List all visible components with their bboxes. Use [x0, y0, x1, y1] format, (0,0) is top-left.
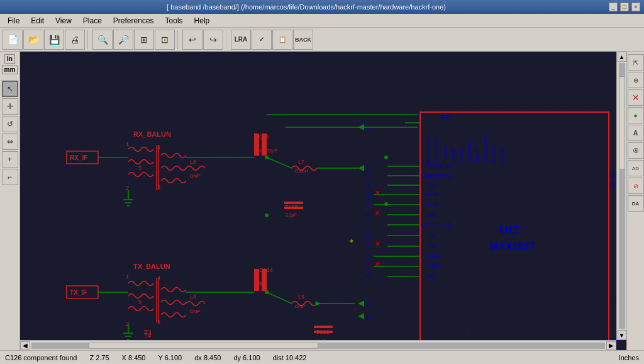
menu-place[interactable]: Place — [78, 15, 107, 26]
minimize-button[interactable]: _ — [609, 3, 618, 11]
right-tool-text[interactable]: A — [628, 125, 644, 141]
svg-point-161 — [265, 290, 269, 294]
window-title: [ baseband /baseband/] (/home/marcos/lif… — [4, 3, 609, 11]
right-tool-text3[interactable]: AD — [628, 160, 644, 176]
menu-preferences[interactable]: Preferences — [108, 15, 159, 26]
horizontal-scrollbar[interactable]: ◀ ▶ — [20, 340, 616, 350]
svg-point-121 — [384, 202, 388, 206]
zoom-out-button[interactable]: 🔎 — [113, 30, 133, 50]
menu-view[interactable]: View — [50, 15, 77, 26]
nav-toolbar-group: ↩ ↪ — [182, 30, 223, 50]
svg-text:11: 11 — [364, 263, 370, 269]
scroll-track-v[interactable] — [619, 63, 625, 329]
zoom-fit-button[interactable]: ⊞ — [134, 30, 154, 50]
right-tool-4[interactable]: ● — [628, 107, 644, 123]
svg-text:RXBBI+: RXBBI+ — [491, 145, 497, 163]
maximize-button[interactable]: □ — [620, 3, 629, 11]
cursor-tool[interactable]: ↖ — [2, 81, 18, 97]
svg-text:VCCTXPAD: VCCTXPAD — [421, 222, 452, 228]
net-button[interactable]: LRA — [231, 30, 251, 50]
scroll-thumb-h[interactable] — [89, 343, 318, 349]
right-tool-1[interactable]: ⇱ — [628, 54, 644, 71]
svg-text:TXBBI-: TXBBI- — [458, 147, 464, 163]
sep2 — [177, 30, 180, 49]
svg-text:3: 3 — [366, 183, 369, 189]
undo-button[interactable]: ↩ — [182, 30, 203, 50]
svg-text:TXRF-: TXRF- — [425, 263, 441, 270]
scroll-up-btn[interactable]: ▲ — [618, 52, 626, 62]
svg-text:5: 5 — [138, 299, 142, 305]
svg-text:RX_BALUN: RX_BALUN — [133, 130, 171, 138]
close-button[interactable]: × — [631, 3, 640, 11]
svg-point-122 — [265, 156, 269, 159]
schematic-canvas-area[interactable]: RX_BALUN T3 1 2 3 4 5 RX_IF — [20, 52, 626, 350]
svg-text:12: 12 — [364, 273, 370, 279]
scroll-down-btn[interactable]: ▼ — [618, 330, 626, 340]
zoom-in-button[interactable]: 🔍 — [92, 30, 113, 50]
mirror-tool[interactable]: ⇔ — [2, 134, 18, 150]
scroll-thumb-v[interactable] — [619, 76, 625, 169]
schematic-svg: RX_BALUN T3 1 2 3 4 5 RX_IF — [20, 52, 626, 350]
zoom-toolbar-group: 🔍 🔎 ⊞ ⊡ — [92, 30, 175, 50]
svg-text:RXRF-: RXRF- — [425, 202, 442, 208]
rotate-tool[interactable]: ↺ — [2, 116, 18, 132]
svg-text:L6: L6 — [190, 159, 196, 165]
menu-file[interactable]: File — [3, 15, 25, 26]
back-button[interactable]: BACK — [293, 30, 313, 50]
svg-rect-22 — [254, 134, 259, 156]
scroll-left-btn[interactable]: ◀ — [20, 341, 30, 350]
svg-text:MAX2837: MAX2837 — [490, 241, 535, 252]
scroll-right-btn[interactable]: ▶ — [606, 341, 616, 350]
svg-text:✕: ✕ — [375, 190, 380, 196]
zoom-level: Z 2.75 — [89, 354, 109, 361]
svg-text:1: 1 — [366, 164, 369, 170]
units-display: Inches — [619, 354, 639, 361]
unit-in[interactable]: In — [4, 54, 15, 64]
right-tool-da[interactable]: DA — [628, 195, 644, 212]
svg-text:RXHP: RXHP — [475, 149, 480, 163]
save-button[interactable]: 💾 — [44, 30, 64, 50]
wire-tool[interactable]: ⌐ — [2, 169, 18, 185]
add-component-tool[interactable]: + — [2, 151, 18, 168]
right-tool-5[interactable]: ⊘ — [628, 178, 644, 194]
svg-text:B4: B4 — [429, 212, 436, 218]
svg-text:GNDRXLNA: GNDRXLNA — [421, 173, 453, 179]
new-button[interactable]: 📄 — [3, 30, 23, 50]
svg-text:7: 7 — [366, 222, 369, 229]
svg-text:RXENABLE: RXENABLE — [426, 136, 431, 163]
move-tool[interactable]: ✛ — [2, 98, 18, 115]
vertical-scrollbar[interactable]: ▲ ▼ — [616, 52, 626, 340]
erc-button[interactable]: ✓ — [252, 30, 272, 50]
svg-text:VCCRXMX: VCCRXMX — [434, 137, 440, 163]
svg-rect-28 — [284, 202, 303, 204]
svg-text:4: 4 — [366, 192, 369, 198]
menu-help[interactable]: Help — [189, 15, 215, 26]
zoom-sel-button[interactable]: ⊡ — [155, 30, 175, 50]
menubar: File Edit View Place Preferences Tools H… — [0, 14, 644, 28]
svg-text:TXRF+: TXRF+ — [425, 253, 443, 259]
svg-text:U17: U17 — [499, 224, 520, 237]
svg-text:✕: ✕ — [375, 210, 380, 217]
print-button[interactable]: 🖨 — [65, 30, 85, 50]
right-toolbar: ⇱ ⊕ ✕ ● A Ⓐ AD ⊘ DA — [626, 52, 644, 350]
open-button[interactable]: 📂 — [23, 30, 43, 50]
svg-text:9: 9 — [366, 242, 369, 249]
svg-text:TX_IF: TX_IF — [70, 289, 87, 296]
scroll-track-h[interactable] — [31, 343, 605, 349]
svg-text:B1: B1 — [429, 273, 436, 280]
main-area: In mm ↖ ✛ ↺ ⇔ + ⌐ RX_BALUN T3 1 2 — [0, 52, 644, 350]
svg-rect-67 — [314, 331, 333, 333]
svg-text:TXBBQ-: TXBBQ- — [442, 144, 448, 163]
menu-edit[interactable]: Edit — [26, 15, 49, 26]
right-tool-2[interactable]: ⊕ — [628, 72, 644, 88]
y-coordinate: Y 6.100 — [158, 354, 182, 361]
svg-text:DNP: DNP — [190, 173, 201, 179]
unit-mm[interactable]: mm — [2, 65, 18, 74]
right-tool-3[interactable]: ✕ — [628, 89, 644, 106]
svg-text:1: 1 — [126, 141, 129, 147]
redo-button[interactable]: ↪ — [203, 30, 223, 50]
menu-tools[interactable]: Tools — [160, 15, 188, 26]
bom-button[interactable]: 📋 — [272, 30, 292, 50]
right-tool-text2[interactable]: Ⓐ — [628, 142, 644, 159]
svg-rect-60 — [254, 269, 259, 291]
